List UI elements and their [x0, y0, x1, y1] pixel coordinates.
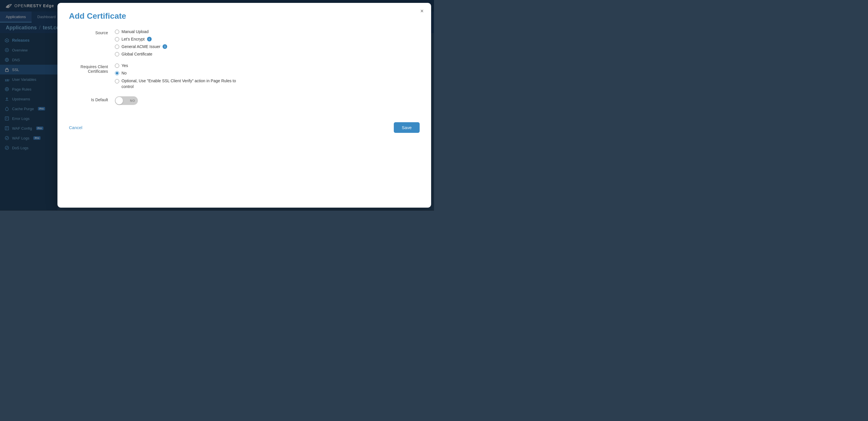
requires-optional-radio[interactable] — [115, 79, 119, 83]
requires-no-label: No — [122, 71, 127, 75]
source-global-radio[interactable] — [115, 52, 119, 56]
is-default-label: Is Default — [69, 96, 115, 102]
requires-yes-option[interactable]: Yes — [115, 63, 420, 68]
is-default-toggle[interactable]: NO — [115, 96, 138, 105]
requires-optional-label: Optional, Use "Enable SSL Client Verify"… — [122, 78, 237, 89]
requires-no-option[interactable]: No — [115, 71, 420, 75]
source-controls: Manual Upload Let's Encrypt i General AC… — [115, 29, 420, 56]
source-manual-radio[interactable] — [115, 30, 119, 34]
toggle-state-label: NO — [130, 99, 135, 102]
cancel-button[interactable]: Cancel — [69, 125, 83, 130]
source-acme-option[interactable]: General ACME Issuer i — [115, 44, 420, 49]
source-form-row: Source Manual Upload Let's Encrypt i Gen… — [69, 29, 420, 56]
is-default-controls: NO — [115, 96, 420, 105]
add-certificate-modal: × Add Certificate Source Manual Upload L… — [57, 3, 431, 207]
requires-yes-radio[interactable] — [115, 63, 119, 68]
source-label: Source — [69, 29, 115, 35]
source-letsencrypt-label: Let's Encrypt — [122, 37, 145, 41]
source-global-option[interactable]: Global Certificate — [115, 52, 420, 56]
modal-footer: Cancel Save — [69, 116, 420, 133]
toggle-knob — [116, 97, 123, 104]
source-letsencrypt-radio[interactable] — [115, 37, 119, 41]
source-global-label: Global Certificate — [122, 52, 152, 56]
source-manual-option[interactable]: Manual Upload — [115, 29, 420, 34]
acme-info-icon[interactable]: i — [162, 44, 167, 49]
requires-optional-option[interactable]: Optional, Use "Enable SSL Client Verify"… — [115, 78, 420, 89]
save-button[interactable]: Save — [394, 122, 420, 133]
requires-client-certs-label: Requires Client Certificates — [69, 63, 115, 74]
modal-close-button[interactable]: × — [418, 7, 426, 15]
source-letsencrypt-option[interactable]: Let's Encrypt i — [115, 37, 420, 41]
source-acme-label: General ACME Issuer — [122, 44, 160, 49]
modal-title: Add Certificate — [69, 11, 420, 21]
requires-controls: Yes No Optional, Use "Enable SSL Client … — [115, 63, 420, 89]
source-acme-radio[interactable] — [115, 45, 119, 49]
requires-yes-label: Yes — [122, 63, 128, 68]
source-manual-label: Manual Upload — [122, 29, 149, 34]
is-default-row: Is Default NO — [69, 96, 420, 105]
letsencrypt-info-icon[interactable]: i — [147, 37, 152, 41]
requires-client-certs-row: Requires Client Certificates Yes No Opti… — [69, 63, 420, 89]
requires-no-radio[interactable] — [115, 71, 119, 75]
